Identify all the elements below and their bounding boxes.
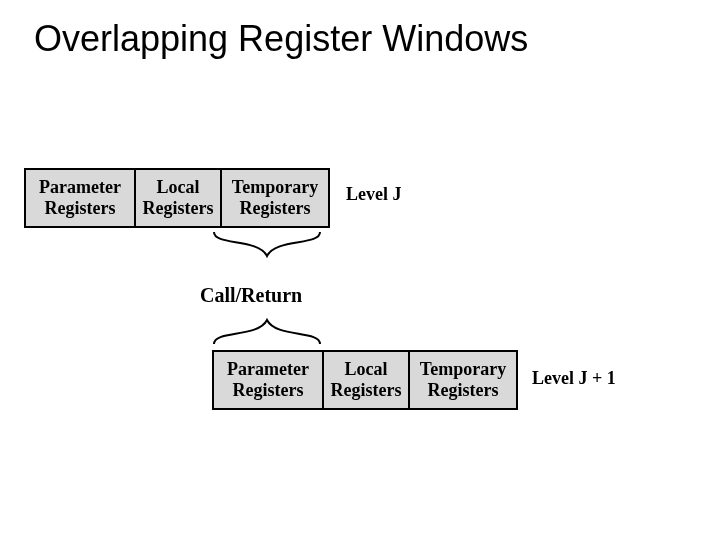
brace-down-icon bbox=[210, 230, 324, 260]
cell-line: Local bbox=[345, 359, 388, 380]
register-window-diagram: Parameter Registers Local Registers Temp… bbox=[0, 60, 720, 520]
brace-up-icon bbox=[210, 316, 324, 346]
window-level-j: Parameter Registers Local Registers Temp… bbox=[24, 168, 330, 228]
cell-j-param: Parameter Registers bbox=[26, 170, 134, 226]
cell-line: Parameter bbox=[39, 177, 121, 198]
cell-line: Local bbox=[157, 177, 200, 198]
cell-line: Registers bbox=[428, 380, 499, 401]
cell-line: Parameter bbox=[227, 359, 309, 380]
cell-j1-local: Local Registers bbox=[322, 352, 408, 408]
cell-line: Registers bbox=[233, 380, 304, 401]
window-level-j1: Parameter Registers Local Registers Temp… bbox=[212, 350, 518, 410]
label-level-j: Level J bbox=[346, 184, 402, 205]
page-title: Overlapping Register Windows bbox=[0, 0, 720, 60]
cell-line: Registers bbox=[331, 380, 402, 401]
cell-j-temp: Temporary Registers bbox=[220, 170, 328, 226]
cell-line: Temporary bbox=[232, 177, 318, 198]
cell-j1-temp: Temporary Registers bbox=[408, 352, 516, 408]
cell-j1-param: Parameter Registers bbox=[214, 352, 322, 408]
label-call-return: Call/Return bbox=[200, 284, 302, 307]
cell-line: Registers bbox=[240, 198, 311, 219]
cell-line: Temporary bbox=[420, 359, 506, 380]
cell-line: Registers bbox=[143, 198, 214, 219]
cell-j-local: Local Registers bbox=[134, 170, 220, 226]
cell-line: Registers bbox=[45, 198, 116, 219]
label-level-j1: Level J + 1 bbox=[532, 368, 616, 389]
